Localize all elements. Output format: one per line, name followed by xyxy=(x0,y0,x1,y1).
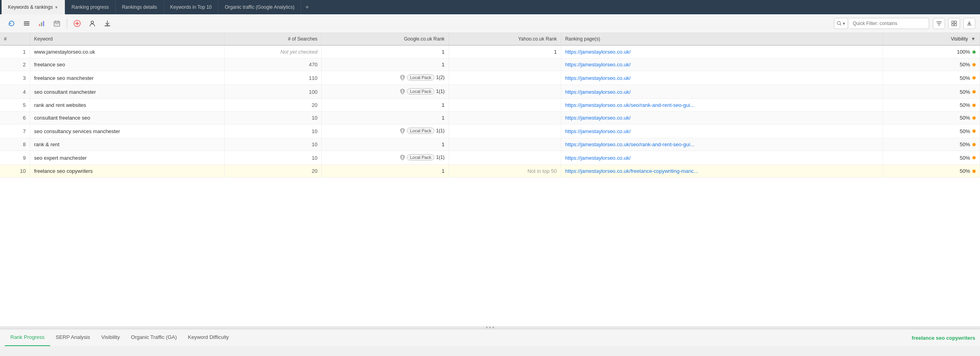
bottom-tab-organic-traffic[interactable]: Organic Traffic (GA) xyxy=(125,329,182,346)
row-keyword[interactable]: freelance seo manchester xyxy=(30,71,224,85)
col-yahoo-rank[interactable]: Yahoo.co.uk Rank xyxy=(449,33,561,45)
bottom-tab-rank-progress[interactable]: Rank Progress xyxy=(5,329,50,346)
tab-ranking-progress[interactable]: Ranking progress xyxy=(65,0,116,14)
row-num: 3 xyxy=(0,71,30,85)
bottom-right-keyword[interactable]: freelance seo copywriters xyxy=(912,335,975,341)
row-visibility: 50% xyxy=(883,71,980,85)
table-row: 6consultant freelance seo101https://jame… xyxy=(0,112,980,124)
row-ranking-page[interactable]: https://jamestaylorseo.co.uk/ xyxy=(561,45,883,58)
row-num: 7 xyxy=(0,124,30,138)
row-yahoo-rank xyxy=(449,112,561,124)
row-ranking-page[interactable]: https://jamestaylorseo.co.uk/freelance-c… xyxy=(561,165,883,178)
row-searches: 100 xyxy=(224,85,321,99)
svg-point-19 xyxy=(401,90,404,92)
row-searches: 20 xyxy=(224,165,321,178)
row-keyword[interactable]: freelance seo xyxy=(30,58,224,71)
table-row: 1www.jamestaylorseo.co.ukNot yet checked… xyxy=(0,45,980,58)
tab-organic-traffic[interactable]: Organic traffic (Google Analytics) xyxy=(218,0,301,14)
row-yahoo-rank xyxy=(449,71,561,85)
row-ranking-page[interactable]: https://jamestaylorseo.co.uk/ xyxy=(561,58,883,71)
row-yahoo-rank xyxy=(449,85,561,99)
row-ranking-page[interactable]: https://jamestaylorseo.co.uk/ xyxy=(561,112,883,124)
row-visibility: 50% xyxy=(883,138,980,151)
row-ranking-page[interactable]: https://jamestaylorseo.co.uk/seo/rank-an… xyxy=(561,138,883,151)
svg-rect-5 xyxy=(43,21,44,26)
row-num: 4 xyxy=(0,85,30,99)
row-keyword[interactable]: seo consultant manchester xyxy=(30,85,224,99)
quick-filter-input[interactable] xyxy=(850,18,929,29)
calendar-button[interactable] xyxy=(50,17,64,30)
svg-point-20 xyxy=(401,129,404,132)
row-keyword[interactable]: www.jamestaylorseo.co.uk xyxy=(30,45,224,58)
svg-point-11 xyxy=(91,21,93,23)
table-row: 5rank and rent websites201https://jamest… xyxy=(0,99,980,112)
row-keyword[interactable]: seo expert manchester xyxy=(30,151,224,165)
filter-button[interactable] xyxy=(933,18,945,29)
search-dropdown[interactable]: ▾ xyxy=(834,18,848,29)
bottom-tab-keyword-difficulty[interactable]: Keyword Difficulty xyxy=(183,329,235,346)
row-google-rank: Local Pack 1(1) xyxy=(322,151,449,165)
row-searches: 470 xyxy=(224,58,321,71)
row-num: 1 xyxy=(0,45,30,58)
row-searches: 10 xyxy=(224,151,321,165)
row-yahoo-rank xyxy=(449,124,561,138)
row-ranking-page[interactable]: https://jamestaylorseo.co.uk/ xyxy=(561,85,883,99)
row-visibility: 50% xyxy=(883,165,980,178)
tab-keywords-rankings[interactable]: Keywords & rankings ▼ xyxy=(2,0,65,14)
row-ranking-page[interactable]: https://jamestaylorseo.co.uk/ xyxy=(561,151,883,165)
svg-rect-7 xyxy=(55,23,56,24)
row-google-rank: 1 xyxy=(322,99,449,112)
row-google-rank: Local Pack 1(1) xyxy=(322,124,449,138)
row-ranking-page[interactable]: https://jamestaylorseo.co.uk/ xyxy=(561,71,883,85)
col-visibility[interactable]: Visibility ▼ xyxy=(883,33,980,45)
row-keyword[interactable]: rank & rent xyxy=(30,138,224,151)
row-keyword[interactable]: consultant freelance seo xyxy=(30,112,224,124)
refresh-button[interactable] xyxy=(5,17,18,30)
row-searches: 20 xyxy=(224,99,321,112)
row-yahoo-rank xyxy=(449,58,561,71)
tab-rankings-details[interactable]: Rankings details xyxy=(116,0,164,14)
row-num: 9 xyxy=(0,151,30,165)
search-dropdown-label: ▾ xyxy=(843,21,845,26)
col-ranking-page[interactable]: Ranking page(s) xyxy=(561,33,883,45)
add-keyword-button[interactable] xyxy=(70,17,84,30)
svg-rect-4 xyxy=(41,22,42,26)
row-keyword[interactable]: rank and rent websites xyxy=(30,99,224,112)
keywords-table-container: # Keyword # of Searches Google.co.uk Ran… xyxy=(0,33,980,326)
row-yahoo-rank: 1 xyxy=(449,45,561,58)
table-row: 9seo expert manchester10 Local Pack 1(1)… xyxy=(0,151,980,165)
row-ranking-page[interactable]: https://jamestaylorseo.co.uk/seo/rank-an… xyxy=(561,99,883,112)
bottom-tab-serp-analysis[interactable]: SERP Analysis xyxy=(50,329,95,346)
layout-button[interactable] xyxy=(948,18,960,29)
add-tab-button[interactable]: + xyxy=(301,0,313,14)
svg-rect-17 xyxy=(955,24,957,26)
row-keyword[interactable]: seo consultancy services manchester xyxy=(30,124,224,138)
download-button[interactable] xyxy=(963,18,975,29)
tab-dropdown-icon[interactable]: ▼ xyxy=(54,5,58,10)
chart-view-button[interactable] xyxy=(35,17,49,30)
row-num: 2 xyxy=(0,58,30,71)
list-view-button[interactable] xyxy=(20,17,33,30)
row-ranking-page[interactable]: https://jamestaylorseo.co.uk/ xyxy=(561,124,883,138)
row-keyword[interactable]: freelance seo copywriters xyxy=(30,165,224,178)
col-num: # xyxy=(0,33,30,45)
col-google-rank[interactable]: Google.co.uk Rank xyxy=(322,33,449,45)
bottom-tab-visibility[interactable]: Visibility xyxy=(95,329,125,346)
import-export-button[interactable] xyxy=(101,17,114,30)
svg-rect-2 xyxy=(24,25,29,25)
row-visibility: 50% xyxy=(883,58,980,71)
row-google-rank: 1 xyxy=(322,45,449,58)
row-google-rank: 1 xyxy=(322,165,449,178)
svg-rect-9 xyxy=(58,23,58,24)
col-searches[interactable]: # of Searches xyxy=(224,33,321,45)
row-num: 6 xyxy=(0,112,30,124)
row-searches: 10 xyxy=(224,124,321,138)
row-searches: 110 xyxy=(224,71,321,85)
table-row: 2freelance seo4701https://jamestaylorseo… xyxy=(0,58,980,71)
tab-keywords-top10[interactable]: Keywords in Top 10 xyxy=(164,0,219,14)
user-button[interactable] xyxy=(86,17,99,30)
row-visibility: 50% xyxy=(883,85,980,99)
row-yahoo-rank xyxy=(449,151,561,165)
svg-rect-14 xyxy=(952,21,954,23)
col-keyword[interactable]: Keyword xyxy=(30,33,224,45)
